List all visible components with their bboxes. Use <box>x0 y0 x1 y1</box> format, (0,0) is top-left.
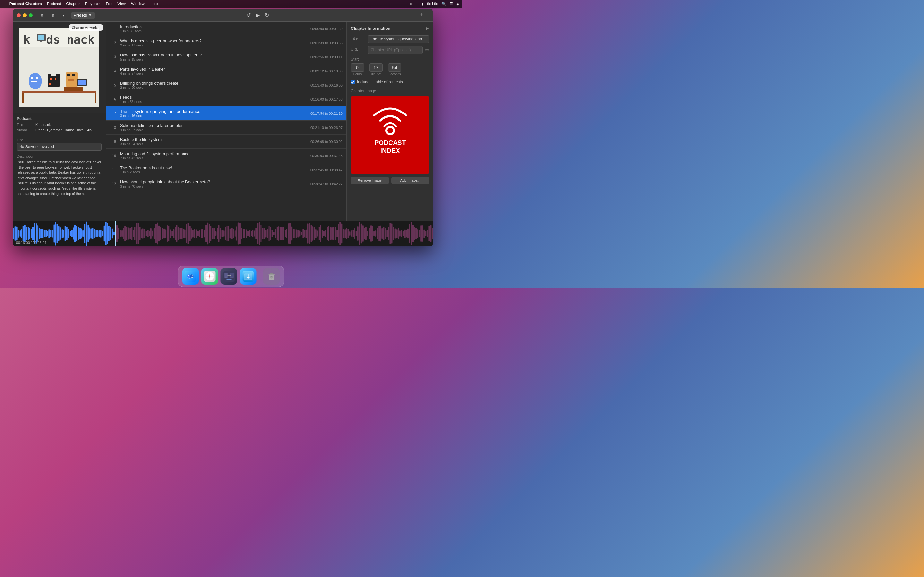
remove-image-button[interactable]: Remove Image <box>351 177 389 184</box>
minutes-value[interactable]: 17 <box>369 63 383 72</box>
chapter-item-10[interactable]: 10 Mounting and filesystem performance 7… <box>106 149 347 163</box>
dock-safari[interactable] <box>202 268 218 285</box>
seconds-value[interactable]: 54 <box>388 63 401 72</box>
change-artwork-button[interactable]: Change Artwork... <box>69 24 103 31</box>
menu-view[interactable]: View <box>118 2 126 6</box>
export-button[interactable]: ⇪ <box>49 12 57 19</box>
app-window: ⇫ ⇪ ⏯ Presets ▼ ↺ ▶ ↻ + − <box>13 9 433 246</box>
menu-podcast[interactable]: Podcast <box>47 2 61 6</box>
waveform-container[interactable]: 00:16:00 / 01:06:21 <box>13 221 433 246</box>
close-button[interactable] <box>17 13 21 17</box>
svg-rect-143 <box>192 229 194 237</box>
svg-rect-216 <box>310 225 312 242</box>
svg-rect-35 <box>18 229 19 237</box>
dock-filemerge[interactable] <box>221 268 237 285</box>
svg-rect-258 <box>378 226 380 242</box>
hours-value[interactable]: 0 <box>351 63 364 72</box>
svg-rect-275 <box>406 230 407 237</box>
chapter-item-2[interactable]: 2 What is a peer-to-peer browser for hac… <box>106 36 347 50</box>
episode-title-input[interactable] <box>17 143 102 151</box>
share-button[interactable]: ⇫ <box>38 12 46 19</box>
chapter-item-3[interactable]: 3 How long has Beaker been in developmen… <box>106 50 347 64</box>
chapter-list[interactable]: 1 Introduction 1 min 39 secs 00:00:00 to… <box>106 22 347 221</box>
add-chapter-button[interactable]: + <box>420 12 423 19</box>
fast-forward-button[interactable]: ↻ <box>265 12 269 18</box>
svg-rect-44 <box>32 227 34 240</box>
remove-chapter-button[interactable]: − <box>426 12 430 19</box>
control-center-icon[interactable]: ☰ <box>449 2 453 6</box>
svg-rect-15 <box>50 78 52 80</box>
svg-rect-263 <box>386 230 388 237</box>
svg-rect-64 <box>65 226 66 241</box>
menu-app[interactable]: Podcast Chapters <box>9 2 42 6</box>
dock-finder[interactable] <box>182 268 199 285</box>
menu-window[interactable]: Window <box>131 2 145 6</box>
rewind-button[interactable]: ↺ <box>246 12 250 18</box>
apple-menu[interactable]:  <box>3 2 4 6</box>
svg-rect-187 <box>263 227 265 239</box>
chapter-duration: 1 min 53 secs <box>120 100 306 103</box>
svg-rect-32 <box>13 227 15 239</box>
wifi-icon: ○ <box>410 2 412 6</box>
dock-downloads[interactable] <box>240 268 257 285</box>
svg-rect-241 <box>351 230 352 237</box>
panel-expand-button[interactable]: ▶ <box>426 26 429 31</box>
chapter-title: Schema definition - a later problem <box>120 123 306 128</box>
fullscreen-button[interactable] <box>29 13 33 17</box>
svg-rect-269 <box>396 229 397 237</box>
search-icon[interactable]: 🔍 <box>441 2 446 6</box>
menu-edit[interactable]: Edit <box>106 2 113 6</box>
svg-rect-202 <box>288 223 289 243</box>
chapter-item-5[interactable]: 5 Building on things others create 2 min… <box>106 78 347 92</box>
chapter-item-11[interactable]: 11 The Beaker beta is out now! 1 min 2 s… <box>106 163 347 177</box>
menu-playback[interactable]: Playback <box>85 2 101 6</box>
svg-rect-124 <box>162 228 163 239</box>
toc-checkbox[interactable] <box>351 80 355 84</box>
svg-rect-156 <box>213 228 215 239</box>
minimize-button[interactable] <box>23 13 27 17</box>
chapter-item-6[interactable]: 6 Feeds 1 min 53 secs 00:16:00 to 00:17:… <box>106 92 347 106</box>
menu-help[interactable]: Help <box>150 2 158 6</box>
svg-rect-236 <box>342 229 344 239</box>
chapter-url-input[interactable] <box>368 46 423 54</box>
chapter-duration: 3 mins 54 secs <box>120 142 306 146</box>
chapter-item-8[interactable]: 8 Schema definition - a later problem 4 … <box>106 121 347 135</box>
svg-point-321 <box>270 277 273 279</box>
chevron-down-icon: ▼ <box>88 13 92 18</box>
svg-rect-164 <box>226 226 228 241</box>
svg-rect-228 <box>330 227 331 240</box>
svg-rect-106 <box>132 230 134 237</box>
svg-rect-273 <box>403 231 404 235</box>
dock-trash[interactable] <box>263 268 280 285</box>
svg-rect-183 <box>257 223 258 244</box>
url-visibility-button[interactable]: 👁 <box>425 48 429 53</box>
svg-rect-90 <box>107 223 108 244</box>
audio-button[interactable]: ⏯ <box>60 12 68 19</box>
chapter-item-1[interactable]: 1 Introduction 1 min 39 secs 00:00:00 to… <box>106 22 347 36</box>
add-image-button[interactable]: Add Image... <box>391 177 430 184</box>
chapter-item-12[interactable]: 12 How should people think about the Bea… <box>106 177 347 191</box>
artwork-image: k ds nack <box>13 22 105 113</box>
chapter-item-9[interactable]: 9 Back to the file system 3 mins 54 secs… <box>106 135 347 149</box>
svg-rect-21 <box>68 79 74 81</box>
svg-rect-91 <box>108 226 110 241</box>
svg-rect-227 <box>328 226 330 242</box>
chapter-time-range: 00:16:00 to 00:17:53 <box>310 97 342 101</box>
svg-rect-261 <box>383 227 384 240</box>
chapter-item-7[interactable]: 7 The file system, querying, and perform… <box>106 106 347 121</box>
svg-rect-99 <box>121 230 123 237</box>
chapter-details: How should people think about the Beaker… <box>120 179 306 188</box>
svg-rect-317 <box>270 273 273 274</box>
presets-button[interactable]: Presets ▼ <box>71 12 95 19</box>
chapter-item-4[interactable]: 4 Parts involved in Beaker 4 mins 27 sec… <box>106 64 347 78</box>
chapter-number: 1 <box>110 27 116 31</box>
svg-rect-5 <box>40 41 42 42</box>
svg-rect-59 <box>57 224 58 243</box>
svg-rect-130 <box>171 231 173 236</box>
play-button[interactable]: ▶ <box>256 12 260 18</box>
start-time-section: Start 0 Hours 17 Minutes 54 Seconds <box>351 57 429 76</box>
time-display: ◉ <box>456 2 459 6</box>
menu-chapter[interactable]: Chapter <box>66 2 80 6</box>
svg-rect-16 <box>55 78 57 80</box>
svg-rect-13 <box>48 74 51 77</box>
